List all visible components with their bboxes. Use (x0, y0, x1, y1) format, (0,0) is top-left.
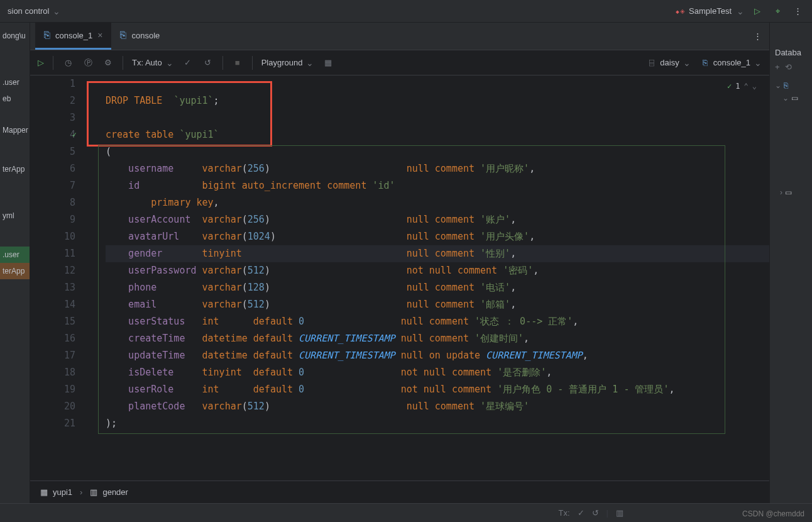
project-item[interactable] (0, 107, 30, 114)
db-node-icon: ⎘ (784, 81, 788, 90)
editor-tab-console_1[interactable]: ⎘console_1× (35, 23, 111, 50)
database-panel-title: Databa (775, 48, 807, 62)
code-line-7[interactable]: id bigint auto_increment comment 'id' (106, 177, 769, 194)
project-item[interactable]: .user (0, 74, 30, 91)
code-line-12[interactable]: userPassword varchar(512) not null comme… (106, 262, 769, 279)
code-line-13[interactable]: phone varchar(128) null comment '电话', (106, 279, 769, 296)
project-item[interactable]: .user (0, 247, 30, 263)
project-item[interactable] (0, 224, 30, 231)
line-gutter: 1234✓56789101112131415161718192021 (30, 75, 87, 480)
watermark: CSDN @chemddd (742, 509, 804, 518)
code-line-4[interactable]: create table `yupi1` (106, 126, 769, 143)
project-item[interactable] (0, 185, 30, 192)
breadcrumb-separator: › (80, 487, 82, 497)
project-item[interactable] (0, 177, 30, 185)
code-line-17[interactable]: updateTime datetime default CURRENT_TIME… (106, 347, 769, 364)
project-item[interactable]: eb (0, 91, 30, 107)
schema-icon: ▭ (791, 94, 798, 103)
project-item[interactable] (0, 231, 30, 239)
settings-icon[interactable]: ⚙ (102, 58, 114, 67)
console-icon: ⎘ (700, 58, 711, 67)
bottom-toolbar: Tx: ✓ ↺ | ▥ (0, 503, 812, 522)
code-line-15[interactable]: userStatus int default 0 null comment '状… (106, 313, 769, 330)
code-line-8[interactable]: primary key, (106, 194, 769, 211)
bottom-commit-icon[interactable]: ✓ (578, 508, 584, 518)
editor-tab-console[interactable]: ⎘console (111, 23, 168, 50)
project-item[interactable]: yml (0, 208, 30, 224)
project-item[interactable] (0, 153, 30, 161)
breadcrumb-table[interactable]: ▦ yupi1 (40, 487, 72, 497)
execute-button[interactable]: ▷ (38, 58, 44, 67)
tabs-more-icon[interactable]: ⋮ (750, 30, 764, 43)
commit-icon[interactable]: ✓ (182, 58, 194, 67)
tx-mode-selector[interactable]: Tx: Auto (132, 58, 173, 68)
code-line-1[interactable] (106, 75, 769, 92)
tab-label: console_1 (55, 31, 92, 40)
bottom-tx-label: Tx: (559, 508, 570, 518)
check-icon: ✓ (727, 78, 732, 95)
statement-run-icon[interactable]: ✓ (72, 126, 77, 143)
code-content[interactable]: ✓ 1 ⌃ ⌄ DROP TABLE `yupi1`;create table … (87, 75, 769, 480)
project-item[interactable] (0, 44, 30, 52)
project-item[interactable] (0, 114, 30, 122)
project-item[interactable] (0, 200, 30, 208)
history-icon[interactable]: ◷ (62, 58, 74, 67)
project-item[interactable]: terApp (0, 161, 30, 177)
project-item[interactable]: terApp (0, 263, 30, 279)
code-line-19[interactable]: userRole int default 0 not null comment … (106, 381, 769, 398)
code-line-5[interactable]: ( (106, 143, 769, 160)
project-item[interactable] (0, 138, 30, 146)
inspection-down-icon[interactable]: ⌄ (752, 78, 757, 95)
project-tree-strip: dong\u.userebMapperterAppyml.userterApp (0, 23, 30, 503)
database-tool-window: Databa + ⟲ ⌄⎘ ⌄▭ ›▭ (769, 23, 812, 503)
code-line-14[interactable]: email varchar(512) null comment '邮箱', (106, 296, 769, 313)
more-menu-icon[interactable]: ⋮ (791, 4, 804, 18)
sql-file-icon: ⎘ (120, 30, 126, 41)
refresh-datasource-icon[interactable]: ⟲ (785, 62, 792, 72)
code-line-11[interactable]: gender tinyint null comment '性别', (106, 245, 769, 262)
db-tree-leaf[interactable]: ›▭ (775, 186, 807, 199)
project-item[interactable]: Mapper (0, 122, 30, 138)
code-line-10[interactable]: avatarUrl varchar(1024) null comment '用户… (106, 228, 769, 245)
breadcrumb-bar: ▦ yupi1 › ▥ gender (30, 480, 769, 503)
code-line-18[interactable]: isDelete tinyint default 0 not null comm… (106, 364, 769, 381)
vcs-menu[interactable]: sion control (8, 6, 60, 16)
db-tree-node[interactable]: ⌄▭ (775, 92, 807, 104)
code-line-16[interactable]: createTime datetime default CURRENT_TIME… (106, 330, 769, 347)
inspection-up-icon[interactable]: ⌃ (744, 78, 749, 95)
playground-selector[interactable]: Playground (261, 58, 314, 68)
code-editor[interactable]: 1234✓56789101112131415161718192021 ✓ 1 ⌃… (30, 75, 769, 480)
console-selector[interactable]: ⎘ console_1 (700, 58, 762, 68)
editor-area: ⎘console_1×⎘console ⋮ ▷ ◷ Ⓟ ⚙ Tx: Auto ✓… (30, 23, 769, 503)
datasource-selector[interactable]: ⌸ daisy (646, 58, 690, 68)
explain-plan-icon[interactable]: Ⓟ (82, 57, 94, 69)
run-button-icon[interactable]: ▷ (750, 4, 764, 18)
code-line-3[interactable] (106, 109, 769, 126)
code-line-9[interactable]: userAccount varchar(256) null comment '账… (106, 211, 769, 228)
project-item[interactable] (0, 192, 30, 200)
editor-tabs: ⎘console_1×⎘console ⋮ (30, 23, 769, 50)
project-item[interactable] (0, 59, 30, 67)
project-item[interactable] (0, 67, 30, 74)
project-item[interactable]: dong\u (0, 28, 30, 44)
project-item[interactable] (0, 52, 30, 59)
code-line-6[interactable]: username varchar(256) null comment '用户昵称… (106, 160, 769, 177)
run-config-selector[interactable]: ⬥◈ SampleTest (675, 6, 744, 16)
bottom-rollback-icon[interactable]: ↺ (592, 508, 599, 518)
add-datasource-icon[interactable]: + (775, 62, 780, 72)
project-item[interactable] (0, 146, 30, 153)
project-item[interactable] (0, 239, 30, 247)
debug-button-icon[interactable]: ⌖ (771, 4, 784, 18)
rollback-icon[interactable]: ↺ (202, 58, 214, 67)
breadcrumb-column[interactable]: ▥ gender (90, 487, 128, 497)
bottom-table-icon[interactable]: ▥ (616, 508, 623, 518)
table-view-icon[interactable]: ▦ (322, 58, 334, 67)
db-tree-root[interactable]: ⌄⎘ (775, 79, 807, 92)
code-line-20[interactable]: planetCode varchar(512) null comment '星球… (106, 398, 769, 415)
stop-icon[interactable]: ■ (232, 58, 243, 67)
code-line-21[interactable]: ); (106, 415, 769, 432)
datasource-icon: ⌸ (646, 58, 657, 67)
inspection-widget[interactable]: ✓ 1 ⌃ ⌄ (727, 78, 757, 95)
code-line-2[interactable]: DROP TABLE `yupi1`; (106, 92, 769, 109)
close-tab-icon[interactable]: × (97, 30, 102, 40)
